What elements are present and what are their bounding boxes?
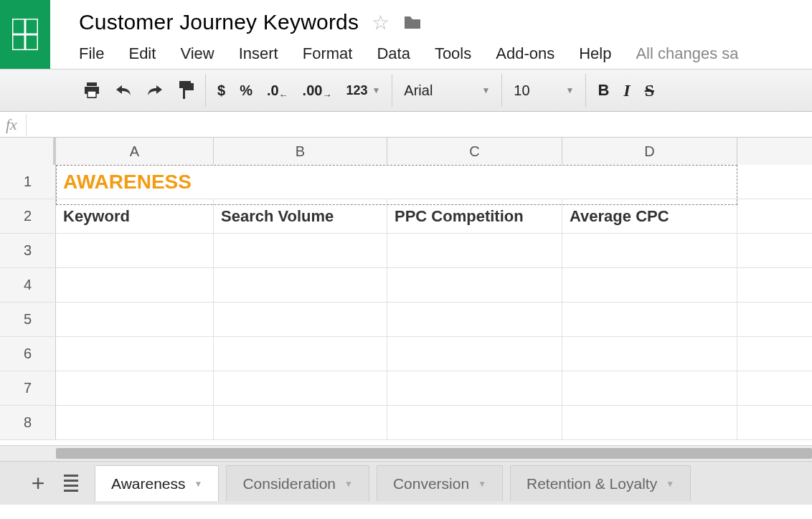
svg-rect-4: [179, 81, 191, 88]
menu-tools[interactable]: Tools: [435, 44, 471, 63]
cell-A5[interactable]: [56, 303, 214, 336]
document-title[interactable]: Customer Journey Keywords: [79, 10, 359, 34]
cell-B7[interactable]: [214, 371, 387, 405]
row-header-5[interactable]: 5: [0, 303, 56, 336]
cell-D7[interactable]: [562, 371, 737, 405]
cell-C2[interactable]: PPC Competition: [387, 199, 562, 233]
cell-B8[interactable]: [214, 406, 387, 439]
menu-file[interactable]: File: [79, 44, 104, 63]
sheet-tab-consideration[interactable]: Consideration ▼: [226, 465, 369, 501]
row-header-3[interactable]: 3: [0, 234, 56, 267]
decrease-decimal-button[interactable]: .0←: [267, 82, 288, 99]
percent-button[interactable]: %: [240, 82, 252, 99]
formula-bar[interactable]: fx: [0, 112, 812, 138]
currency-button[interactable]: $: [217, 82, 225, 99]
menu-addons[interactable]: Add-ons: [496, 44, 554, 63]
cell-D5[interactable]: [562, 303, 737, 336]
cell-E3[interactable]: [737, 234, 812, 267]
cell-E6[interactable]: [737, 337, 812, 371]
cell-D8[interactable]: [562, 406, 737, 439]
bold-button[interactable]: B: [598, 81, 609, 100]
cell-C5[interactable]: [387, 303, 562, 336]
chevron-down-icon: ▼: [481, 85, 490, 95]
strikethrough-button[interactable]: S: [645, 81, 654, 100]
scrollbar-thumb[interactable]: [56, 448, 812, 459]
cell-C4[interactable]: [387, 268, 562, 302]
increase-decimal-button[interactable]: .00→: [303, 82, 332, 99]
sheet-tab-awareness[interactable]: Awareness ▼: [95, 465, 219, 501]
menu-format[interactable]: Format: [303, 44, 353, 63]
row-header-4[interactable]: 4: [0, 268, 56, 302]
sheet-tab-conversion[interactable]: Conversion ▼: [377, 465, 503, 501]
sheet-tab-retention[interactable]: Retention & Loyalty ▼: [510, 465, 691, 501]
chevron-down-icon: ▼: [666, 479, 674, 489]
menu-view[interactable]: View: [180, 44, 214, 63]
cell-A1[interactable]: AWARENESS: [56, 165, 737, 199]
cell-D4[interactable]: [562, 268, 737, 302]
paint-format-icon[interactable]: [178, 81, 194, 100]
print-icon[interactable]: [83, 82, 100, 98]
cell-A3[interactable]: [56, 234, 214, 267]
menu-icon: [64, 475, 78, 492]
menu-data[interactable]: Data: [377, 44, 410, 63]
redo-icon[interactable]: [146, 84, 164, 97]
cell-D2[interactable]: Average CPC: [562, 199, 737, 233]
column-header-row: A B C D: [0, 138, 812, 165]
column-header-C[interactable]: C: [387, 138, 562, 165]
row-header-8[interactable]: 8: [0, 406, 56, 439]
menu-insert[interactable]: Insert: [239, 44, 278, 63]
italic-button[interactable]: I: [623, 81, 630, 100]
undo-icon[interactable]: [115, 84, 132, 97]
cell-A2[interactable]: Keyword: [56, 199, 214, 233]
spreadsheet-grid[interactable]: 1 AWARENESS 2 Keyword Search Volume PPC …: [0, 165, 812, 446]
cell-D3[interactable]: [562, 234, 737, 267]
column-header-B[interactable]: B: [214, 138, 387, 165]
font-family-select[interactable]: Arial ▼: [404, 82, 490, 99]
chevron-down-icon: ▼: [194, 479, 203, 489]
cell-C6[interactable]: [387, 337, 562, 371]
cell-B3[interactable]: [214, 234, 387, 267]
all-sheets-button[interactable]: [55, 469, 88, 497]
cell-E2[interactable]: [737, 199, 812, 233]
chevron-down-icon: ▼: [344, 479, 353, 489]
row-header-1[interactable]: 1: [0, 165, 56, 199]
cell-C3[interactable]: [387, 234, 562, 267]
sheets-logo[interactable]: [0, 0, 50, 69]
svg-rect-3: [88, 91, 96, 97]
cell-B5[interactable]: [214, 303, 387, 336]
horizontal-scrollbar[interactable]: [0, 446, 812, 462]
menu-edit[interactable]: Edit: [128, 44, 156, 63]
font-size-select[interactable]: 10 ▼: [514, 82, 574, 99]
cell-B4[interactable]: [214, 268, 387, 302]
cell-A8[interactable]: [56, 406, 214, 439]
column-header-D[interactable]: D: [562, 138, 737, 165]
column-header-A[interactable]: A: [56, 138, 214, 165]
cell-E7[interactable]: [737, 371, 812, 405]
cell-A6[interactable]: [56, 337, 214, 371]
cell-E8[interactable]: [737, 406, 812, 439]
cell-A7[interactable]: [56, 371, 214, 405]
cell-B6[interactable]: [214, 337, 387, 371]
add-sheet-button[interactable]: +: [22, 469, 55, 497]
cell-A4[interactable]: [56, 268, 214, 302]
star-icon[interactable]: ☆: [372, 11, 390, 34]
cell-E4[interactable]: [737, 268, 812, 302]
cell-E5[interactable]: [737, 303, 812, 336]
save-status: All changes sa: [636, 44, 738, 63]
sheet-tab-strip: + Awareness ▼ Consideration ▼ Conversion…: [0, 462, 812, 505]
cell-C8[interactable]: [387, 406, 562, 439]
font-family-value: Arial: [404, 82, 433, 99]
select-all-corner[interactable]: [0, 138, 56, 165]
row-header-7[interactable]: 7: [0, 371, 56, 405]
cell-B2[interactable]: Search Volume: [214, 199, 387, 233]
folder-icon[interactable]: [402, 14, 422, 30]
cell-C7[interactable]: [387, 371, 562, 405]
row-header-6[interactable]: 6: [0, 337, 56, 371]
cell-D6[interactable]: [562, 337, 737, 371]
row-header-2[interactable]: 2: [0, 199, 56, 233]
sheets-grid-icon: [12, 19, 38, 50]
more-formats-button[interactable]: 123 ▼: [346, 83, 380, 98]
menu-help[interactable]: Help: [579, 44, 611, 63]
fx-label: fx: [6, 115, 17, 134]
column-header-E[interactable]: [737, 138, 812, 165]
